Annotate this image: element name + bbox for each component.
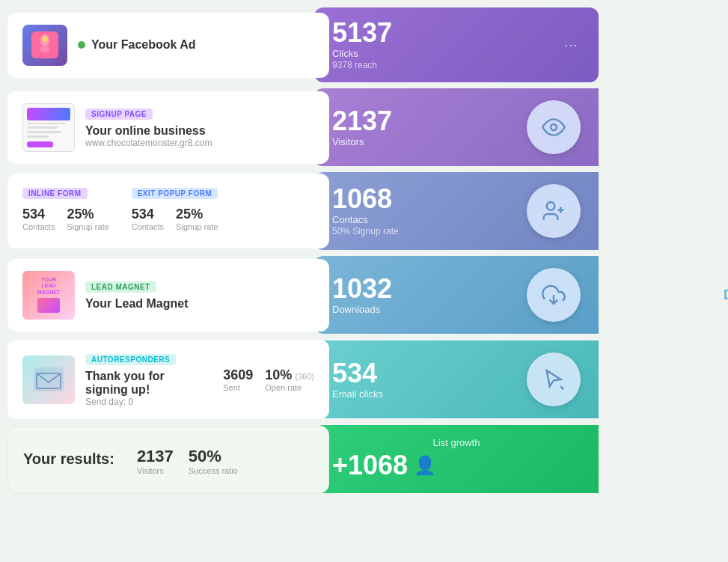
sent-val: 3609: [223, 367, 253, 383]
results-visitors-stat: 2137 Visitors: [137, 447, 174, 475]
lead-magnet-thumbnail: YOURLEADMAGNET: [22, 271, 75, 320]
popup-rate-val: 25%: [176, 207, 218, 222]
email-clicks-label: Email clicks: [332, 388, 515, 400]
facebook-stat-content: 5137 Clicks 9378 reach: [332, 19, 561, 70]
status-dot: [78, 41, 85, 49]
facebook-stat-panel: 5137 Clicks 9378 reach ⋯: [314, 7, 599, 82]
results-stat-panel: List growth +1068 👤: [314, 425, 599, 493]
inline-rate-stat: 25% Signup rate: [67, 207, 108, 231]
signup-page-thumbnail: [22, 103, 75, 152]
popup-contacts-stat: 534 Contacts: [132, 207, 164, 231]
sent-label: Sent: [223, 383, 253, 392]
svg-rect-2: [40, 46, 49, 52]
downloads-panel: YOURLEADMAGNET LEAD MAGNET Your Lead Mag…: [7, 259, 329, 332]
downloads-side-label: Downloads: [724, 287, 728, 303]
downloads-stat-content: 1032 Downloads: [332, 275, 515, 315]
email-clicks-panel: AUTORESPONDERS Thank you for signing up!…: [7, 340, 329, 419]
popup-rate-label: Signup rate: [176, 222, 218, 231]
email-clicks-stat-panel: 534 Email clicks: [314, 340, 599, 418]
facebook-ad-row: Your Facebook Ad 5137 Clicks 9378 reach …: [7, 7, 728, 82]
visitors-number: 2137: [332, 108, 515, 135]
popup-contacts-label: Contacts: [132, 222, 164, 231]
contacts-number: 1068: [332, 186, 515, 213]
exit-popup-badge: EXIT POPUP FORM: [132, 188, 218, 199]
list-growth-number: +1068: [332, 450, 408, 481]
autoresponders-badge: AUTORESPONDERS: [85, 354, 176, 365]
inline-form-badge: INLINE FORM: [22, 188, 88, 199]
facebook-ad-thumbnail: [22, 25, 67, 66]
open-rate-val: 10%: [265, 367, 292, 383]
contacts-panel: INLINE FORM 534 Contacts 25% Signup rate…: [7, 174, 329, 248]
lead-magnet-title: Your Lead Magnet: [85, 297, 189, 311]
visitors-stat-content: 2137 Visitors: [332, 108, 515, 147]
eye-icon: [542, 115, 566, 139]
visitors-icon-circle: [527, 100, 581, 154]
email-send-day: Send day: 0: [85, 397, 208, 407]
downloads-label: Downloads: [332, 304, 515, 315]
inline-contacts-val: 534: [22, 207, 55, 222]
results-ratio-label: Success ratio: [189, 466, 238, 475]
facebook-reach: 9378 reach: [332, 60, 561, 70]
cloud-download-icon: [542, 283, 566, 307]
visitors-stat-panel: 2137 Visitors: [314, 88, 599, 166]
cursor-click-icon: [542, 367, 566, 391]
popup-rate-stat: 25% Signup rate: [176, 207, 218, 231]
email-clicks-stat-content: 534 Email clicks: [332, 360, 515, 400]
open-rate-stat: 10% (360) Open rate: [265, 367, 314, 392]
facebook-clicks-number: 5137: [332, 19, 561, 46]
visitors-panel: SIGNUP PAGE Your online business www.cho…: [7, 91, 329, 164]
email-title: Thank you for signing up!: [85, 370, 208, 397]
email-clicks-icon-circle: [527, 352, 581, 406]
inline-rate-label: Signup rate: [67, 222, 108, 231]
svg-point-4: [551, 124, 557, 130]
downloads-stat-panel: 1032 Downloads: [314, 256, 599, 334]
email-clicks-number: 534: [332, 360, 515, 387]
email-thumbnail: [22, 355, 75, 404]
results-stats: 2137 Visitors 50% Success ratio: [137, 447, 238, 475]
facebook-menu-dots[interactable]: ⋯: [561, 34, 581, 56]
downloads-number: 1032: [332, 275, 515, 302]
results-label: Your results:: [23, 450, 114, 468]
results-ratio-val: 50%: [189, 447, 238, 466]
contacts-label: Contacs: [332, 214, 515, 225]
results-ratio-stat: 50% Success ratio: [189, 447, 238, 475]
facebook-ad-panel: Your Facebook Ad: [7, 13, 329, 78]
downloads-row: YOURLEADMAGNET LEAD MAGNET Your Lead Mag…: [7, 256, 728, 334]
contacts-stat-content: 1068 Contacs 50% Signup rate: [332, 186, 515, 236]
person-icon: 👤: [414, 455, 436, 476]
svg-point-3: [42, 36, 48, 42]
sent-stat: 3609 Sent: [223, 367, 253, 392]
svg-rect-9: [34, 367, 64, 391]
open-rate-extra: (360): [295, 372, 314, 381]
visitors-label: Visitors: [332, 136, 515, 147]
list-growth-label: List growth: [332, 437, 581, 448]
visitors-url: www.chocolatemonster.gr8.com: [85, 138, 212, 148]
person-add-icon: [542, 199, 566, 223]
lead-magnet-badge: LEAD MAGNET: [85, 281, 156, 293]
downloads-icon-circle: [527, 268, 581, 322]
email-clicks-row: AUTORESPONDERS Thank you for signing up!…: [7, 340, 728, 419]
signup-badge: SIGNUP PAGE: [85, 109, 153, 120]
visitors-row: SIGNUP PAGE Your online business www.cho…: [7, 88, 728, 166]
contacts-row: INLINE FORM 534 Contacts 25% Signup rate…: [7, 172, 728, 250]
open-rate-label: Open rate: [265, 383, 314, 392]
popup-contacts-val: 534: [132, 207, 164, 222]
contacts-stat-panel: 1068 Contacs 50% Signup rate: [314, 172, 599, 250]
results-row: Your results: 2137 Visitors 50% Success …: [7, 425, 728, 493]
inline-contacts-stat: 534 Contacts: [22, 207, 55, 231]
results-growth-content: List growth +1068 👤: [332, 437, 581, 481]
facebook-clicks-label: Clicks: [332, 48, 561, 59]
results-visitors-label: Visitors: [137, 466, 174, 475]
contacts-sub: 50% Signup rate: [332, 226, 515, 236]
contacts-icon-circle: [527, 184, 581, 238]
inline-contacts-label: Contacts: [22, 222, 55, 231]
facebook-ad-title: Your Facebook Ad: [91, 38, 196, 52]
svg-line-11: [560, 386, 563, 389]
visitors-title: Your online business: [85, 124, 212, 138]
svg-point-5: [547, 202, 555, 210]
inline-rate-val: 25%: [67, 207, 108, 222]
results-left-panel: Your results: 2137 Visitors 50% Success …: [7, 426, 329, 493]
results-visitors-val: 2137: [137, 447, 174, 466]
